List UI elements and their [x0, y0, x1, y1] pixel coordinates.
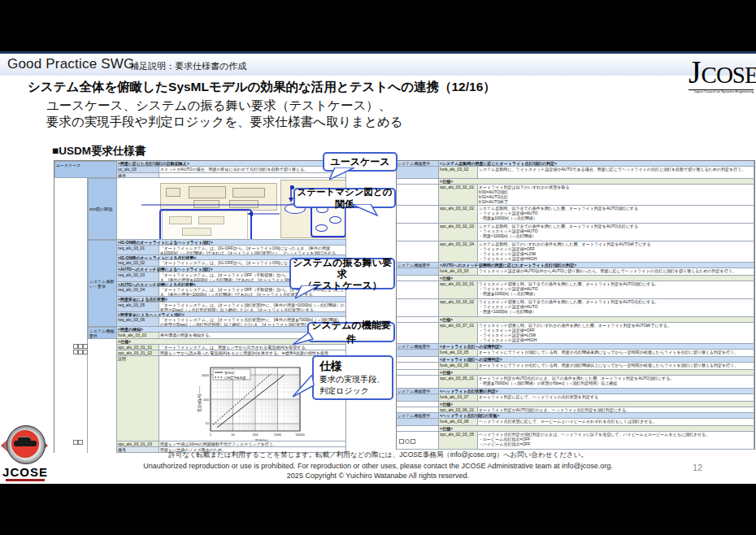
spec-header-cell: <仕様> — [439, 402, 754, 407]
table-row: <仕様> — [397, 179, 754, 185]
row-section-label-cell — [397, 363, 439, 370]
row-section-label-cell: システム機能要件 — [397, 263, 439, 268]
row-id-cell: req_als_03_06 — [117, 317, 159, 327]
row-id-cell: funk_als_03_06 — [439, 363, 478, 370]
lead-text: ユースケース、システムの振る舞い要求（テストケース）、 要求の実現手段や判定ロジ… — [46, 98, 403, 130]
logo-red-underline — [6, 479, 45, 481]
requirement-group-header-cell: <システム起動時の照度に応じたオートライト点灯/消灯の判定> — [439, 161, 754, 167]
table-row: spc_als_03_02_02システム起動時、以下全ての条件を満たした際、オー… — [397, 206, 754, 224]
table-row: システム機能要件<AUTOへのスイッチ切替時の照度に応じたオートライト点灯/消灯… — [397, 263, 754, 268]
row-section-label-cell — [397, 179, 439, 185]
row-id-cell: req_als_03_01 — [117, 246, 159, 255]
svg-text:100: 100 — [203, 397, 210, 401]
trace-marker — [83, 350, 88, 354]
row-text-cell: システム起動時、以下のいずれかの条件を満たした際、オートライト判定をAUTO終了… — [478, 241, 754, 263]
row-section-label-cell — [397, 402, 439, 407]
row-section-label-cell: システム機能要件 — [397, 413, 439, 419]
row-section-label-cell — [397, 276, 439, 281]
row-section-label-cell — [397, 407, 439, 413]
working-group-title: Good Practice SWG — [7, 56, 134, 72]
row-text-cell: ライトスイッチ切替え時、以下のいずれかの条件を満たした際、オートライト判定をAU… — [478, 323, 754, 344]
behavior-label-cell: システム振舞い・要求 — [88, 240, 117, 327]
row-section-label-cell: システム機能要件 — [397, 389, 439, 394]
requirement-group-header-cell: <オートライト点灯への切替判定> — [439, 344, 754, 350]
row-text-cell: ライトスイッチ切替え時、以下全ての条件を満たした際、オートライト判定をAUTO消… — [478, 281, 754, 299]
row-section-label-cell — [397, 224, 439, 241]
usdm-table-right: システム機能要件<システム起動時の照度に応じたオートライト点灯/消灯の判定>fu… — [396, 160, 755, 450]
table-row: funk_als_03_06オートライトにてライトが点灯している時、照度が消灯閾… — [397, 363, 754, 370]
row-id-cell: req_als_03_04 — [117, 287, 159, 297]
table-row: uc_als_03スイッチがAUTOの場合、照度の変化に合わせて点灯/消灯を自動… — [117, 167, 346, 173]
row-section-label-cell: システム機能要件 — [397, 161, 439, 167]
table-row: funk_als_03_07オートライト判定に応じて、ヘッドライトの点灯状態を判… — [397, 394, 754, 402]
requirement-group-header-cell: <ヘッドライト点灯/消灯の実施> — [439, 413, 754, 419]
table-row: システム機能要件<システム起動時の照度に応じたオートライト点灯/消灯の判定> — [397, 161, 754, 167]
row-section-label-cell — [397, 376, 439, 389]
row-text-cell: オートライトにてライトが消灯している時、照度が点灯閾値未満になってから一定時間が… — [478, 350, 754, 357]
row-id-cell: spc_als_03_02_03 — [439, 224, 478, 241]
row-section-label-cell — [397, 426, 439, 432]
row-text-cell: 「オートライトシステム」は、[IG-OFF]から、[オートライトON]になったと… — [159, 246, 346, 255]
table-row: spc_als_03_06_01オートライト判定がAUTO消灯のとき、ヘッドライ… — [397, 407, 754, 413]
spec-header-cell: <仕様> — [439, 370, 754, 376]
row-id-cell: spc_als_03_07_01 — [439, 323, 478, 344]
row-section-label-cell — [397, 317, 439, 323]
footer: 許可なく転載または利用することを禁じます。転載／利用などの際には、JCOSE事務… — [49, 450, 707, 480]
svg-text:1000: 1000 — [274, 433, 282, 437]
row-section-label-cell — [397, 281, 439, 299]
row-id-cell: spc_als_03_01_02 — [117, 350, 159, 356]
spec-header-cell: <仕様> — [439, 276, 754, 281]
row-section-label-cell — [397, 299, 439, 317]
row-id-cell: spc_als_03_01_01 — [117, 345, 159, 350]
row-id-cell: funk_als_03_05 — [439, 350, 478, 357]
table-row: req_als_03_01「オートライトシステム」は、[IG-OFF]から、[オ… — [117, 246, 346, 255]
table-row: funk_als_03_03ライトスイッチ設定値がAUTO以外からAUTOに切り… — [397, 268, 754, 276]
row-text-cell: システム起動時、以下全ての条件を満たした際、オートライト判定をAUTO点灯にする… — [478, 224, 754, 241]
row-section-label-cell — [397, 394, 439, 402]
table-row: spc_als_02_03_05ヘッドライト点灯判定が消灯判定のときは、ヘッドラ… — [397, 432, 754, 450]
row-id-cell: spc_als_03_02_04 — [439, 241, 478, 263]
row-text-cell: 照度センサ値は10msの周期移動平均でフィルタリングを行う。 — [159, 441, 346, 447]
trace-marker — [83, 344, 88, 349]
requirement-group-header-cell: <ヘッドライト点灯状態の判定> — [439, 389, 754, 394]
row-text-cell: ヘッドライト点灯状態に応じて、ロービームとハイビームそれぞれを点灯もしくは消灯さ… — [478, 419, 754, 426]
usecase-label-cell: ユースケース — [54, 161, 117, 178]
svg-text:電流値[μA] ――: 電流値[μA] ―― — [197, 385, 202, 412]
requirement-group-header-cell: <オートライト消灯への切替判定> — [439, 357, 754, 363]
jcose-logo-tagline: Japan Council on Systems Engineering — [689, 89, 754, 94]
jcose-logo-j: J — [689, 54, 702, 90]
svg-text:10: 10 — [231, 433, 235, 437]
callout-statemachine: ステートマシン図との関係 — [293, 188, 396, 208]
row-id-cell: spc_als_03_01_03 — [117, 441, 159, 447]
callout-usecase-tail — [329, 167, 358, 181]
svg-text:100: 100 — [253, 433, 259, 437]
row-id-cell: spc_als_03_03_01 — [439, 281, 478, 299]
row-id-cell: funk_als_03_07 — [439, 394, 478, 402]
row-id-cell: req_als_03_02 — [117, 260, 159, 267]
row-text-cell: オートライト判定は以下のいずれかの状態を取る b'00=AUTO消灯 b'01=… — [478, 185, 754, 206]
table-row: spc_als_03_03_02ライトスイッチ切替え時、以下全ての条件を満たした… — [397, 299, 754, 317]
svg-text:1000: 1000 — [202, 372, 210, 376]
usdm-section-label: ■USDM要求仕様書 — [52, 144, 146, 159]
row-section-label-cell — [397, 167, 439, 179]
svg-text:CIE標準A光源: CIE標準A光源 — [224, 375, 246, 379]
row-id-cell: spc_als_03_02_02 — [439, 206, 478, 224]
row-text-cell: オートライト判定がAUTO消灯のとき、ヘッドライト点灯判定を消灯判定にする。 — [478, 407, 754, 413]
table-row: <オートライト消灯への切替判定> — [397, 357, 754, 363]
row-section-label-cell — [397, 185, 439, 206]
row-id-cell: spc_als_03_02_01 — [439, 185, 478, 206]
footer-copyright: 2025 Copyright © Yuichiro Watanabe All r… — [49, 472, 707, 480]
table-row: spc_als_03_01_03照度センサ値は10msの周期移動平均でフィルタリ… — [117, 441, 346, 447]
table-row: <仕様> — [397, 402, 754, 407]
svg-text:蛍光灯: 蛍光灯 — [224, 370, 235, 374]
letterbox-bottom — [0, 484, 756, 535]
page-number: 12 — [693, 463, 702, 472]
header-subtitle: 補足説明：要求仕様書の作成 — [130, 60, 246, 72]
row-text-cell: ヘッドライト点灯判定が消灯判定のときは、ヘッドライトに以下を送信して、ハイビーム… — [478, 432, 754, 450]
row-section-label-cell — [397, 206, 439, 224]
spec-header-cell: <仕様> — [439, 179, 754, 185]
row-text-cell: システム起動時、以下全ての条件を満たした際、オートライト判定をAUTO消灯にする… — [478, 206, 754, 224]
row-text-cell: ライトスイッチ切替え時、以下全ての条件を満たした際、オートライト判定をAUTO点… — [478, 299, 754, 317]
table-row: spc_als_03_07_01ライトスイッチ切替え時、以下のいずれかの条件を満… — [397, 323, 754, 344]
jcose-automotive-logo: JCOSE — [2, 424, 48, 481]
